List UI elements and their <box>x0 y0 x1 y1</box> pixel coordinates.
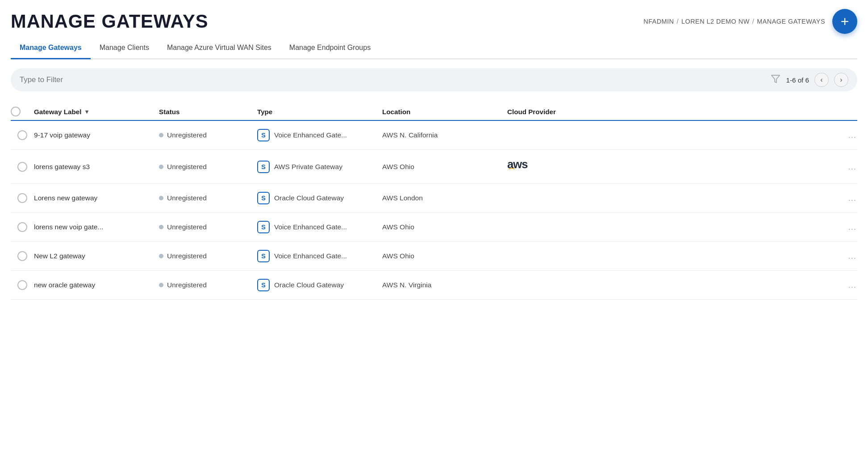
row-more-button[interactable]: … <box>839 162 857 172</box>
gateway-type-text: Voice Enhanced Gate... <box>274 223 347 231</box>
gateway-type-s-icon: S <box>257 192 270 204</box>
gateway-type-text: Oracle Cloud Gateway <box>274 281 344 289</box>
row-checkbox[interactable] <box>17 222 27 232</box>
page-header: MANAGE GATEWAYS NFADMIN / LOREN L2 DEMO … <box>11 0 857 37</box>
row-more-button[interactable]: … <box>839 130 857 140</box>
gateway-label: new oracle gateway <box>34 281 159 289</box>
row-checkbox[interactable] <box>17 193 27 203</box>
row-more-button[interactable]: … <box>839 251 857 261</box>
col-header-type: Type <box>257 108 382 116</box>
col-header-location: Location <box>382 108 507 116</box>
gateway-location: AWS Ohio <box>382 252 507 260</box>
col-header-cloud-provider: Cloud Provider <box>507 108 839 116</box>
row-checkbox-cell <box>11 130 34 140</box>
gateway-type: S Oracle Cloud Gateway <box>257 192 382 204</box>
row-checkbox[interactable] <box>17 130 27 140</box>
gateway-type: S Oracle Cloud Gateway <box>257 279 382 291</box>
search-input[interactable] <box>20 75 765 84</box>
status-text: Unregistered <box>167 281 207 289</box>
add-gateway-button[interactable]: + <box>832 9 857 34</box>
row-checkbox[interactable] <box>17 280 27 290</box>
table-row: Lorens new gateway Unregistered S Oracle… <box>11 184 857 213</box>
gateway-type-s-icon: S <box>257 250 270 262</box>
row-more-button[interactable]: … <box>839 280 857 290</box>
gateway-location: AWS London <box>382 194 507 202</box>
breadcrumb-item-2: LOREN L2 DEMO NW <box>681 18 750 25</box>
sort-arrow-icon[interactable]: ▼ <box>84 108 90 115</box>
gateway-type-text: Voice Enhanced Gate... <box>274 252 347 260</box>
gateway-status: Unregistered <box>159 131 257 139</box>
pagination-text: 1-6 of 6 <box>786 76 809 84</box>
pagination-next-button[interactable]: › <box>834 73 848 87</box>
tab-manage-gateways[interactable]: Manage Gateways <box>11 37 91 59</box>
row-more-button[interactable]: … <box>839 193 857 203</box>
tab-manage-clients[interactable]: Manage Clients <box>91 37 158 59</box>
header-checkbox-cell <box>11 107 34 116</box>
breadcrumb-item-3: MANAGE GATEWAYS <box>757 18 825 25</box>
table-row: New L2 gateway Unregistered S Voice Enha… <box>11 242 857 271</box>
gateway-location: AWS Ohio <box>382 163 507 171</box>
gateway-status: Unregistered <box>159 252 257 260</box>
gateway-type: S Voice Enhanced Gate... <box>257 250 382 262</box>
tab-manage-endpoint-groups[interactable]: Manage Endpoint Groups <box>280 37 380 59</box>
status-text: Unregistered <box>167 194 207 202</box>
gateway-location: AWS N. Virginia <box>382 281 507 289</box>
breadcrumb-sep-2: / <box>752 18 755 25</box>
gateway-label: lorens new voip gate... <box>34 223 159 231</box>
status-dot-icon <box>159 254 163 258</box>
row-checkbox-cell <box>11 222 34 232</box>
row-checkbox[interactable] <box>17 251 27 261</box>
table-row: lorens new voip gate... Unregistered S V… <box>11 213 857 242</box>
gateway-type-s-icon: S <box>257 129 270 141</box>
gateway-type-s-icon: S <box>257 161 270 173</box>
row-checkbox[interactable] <box>17 162 27 172</box>
status-text: Unregistered <box>167 163 207 171</box>
col-header-label[interactable]: Gateway Label ▼ <box>34 108 159 116</box>
gateway-type: S Voice Enhanced Gate... <box>257 129 382 141</box>
gateway-location: AWS N. California <box>382 131 507 139</box>
row-checkbox-cell <box>11 162 34 172</box>
gateway-location: AWS Ohio <box>382 223 507 231</box>
filter-icon[interactable] <box>771 74 780 86</box>
col-header-status: Status <box>159 108 257 116</box>
page-title: MANAGE GATEWAYS <box>11 11 209 32</box>
pagination-info: 1-6 of 6 ‹ › <box>786 73 848 87</box>
gateway-type: S AWS Private Gateway <box>257 161 382 173</box>
select-all-checkbox[interactable] <box>11 107 21 116</box>
gateway-type-s-icon: S <box>257 221 270 233</box>
status-dot-icon <box>159 196 163 200</box>
table-body: 9-17 voip gateway Unregistered S Voice E… <box>11 121 857 300</box>
table-row: 9-17 voip gateway Unregistered S Voice E… <box>11 121 857 150</box>
gateway-status: Unregistered <box>159 163 257 171</box>
row-more-button[interactable]: … <box>839 222 857 232</box>
gateway-label: lorens gateway s3 <box>34 163 159 171</box>
pagination-prev-button[interactable]: ‹ <box>814 73 829 87</box>
gateway-status: Unregistered <box>159 223 257 231</box>
gateway-status: Unregistered <box>159 281 257 289</box>
breadcrumb-item-1: NFADMIN <box>643 18 674 25</box>
gateway-cloud-provider: aws⁀ <box>507 158 839 175</box>
gateway-label: 9-17 voip gateway <box>34 131 159 139</box>
tab-bar: Manage Gateways Manage Clients Manage Az… <box>11 37 857 59</box>
gateway-status: Unregistered <box>159 194 257 202</box>
row-checkbox-cell <box>11 193 34 203</box>
status-text: Unregistered <box>167 252 207 260</box>
search-bar: 1-6 of 6 ‹ › <box>11 68 857 91</box>
table-row: lorens gateway s3 Unregistered S AWS Pri… <box>11 150 857 184</box>
breadcrumb: NFADMIN / LOREN L2 DEMO NW / MANAGE GATE… <box>643 18 825 25</box>
table-row: new oracle gateway Unregistered S Oracle… <box>11 271 857 300</box>
header-right: NFADMIN / LOREN L2 DEMO NW / MANAGE GATE… <box>643 9 857 34</box>
gateway-type: S Voice Enhanced Gate... <box>257 221 382 233</box>
status-dot-icon <box>159 133 163 137</box>
gateway-type-text: Oracle Cloud Gateway <box>274 194 344 202</box>
gateway-label: New L2 gateway <box>34 252 159 260</box>
gateways-table: Gateway Label ▼ Status Type Location Clo… <box>11 102 857 300</box>
row-checkbox-cell <box>11 251 34 261</box>
status-text: Unregistered <box>167 223 207 231</box>
row-checkbox-cell <box>11 280 34 290</box>
status-dot-icon <box>159 165 163 169</box>
tab-manage-azure-wan[interactable]: Manage Azure Virtual WAN Sites <box>158 37 280 59</box>
aws-logo: aws⁀ <box>507 158 527 175</box>
svg-marker-0 <box>772 75 780 83</box>
gateway-type-s-icon: S <box>257 279 270 291</box>
